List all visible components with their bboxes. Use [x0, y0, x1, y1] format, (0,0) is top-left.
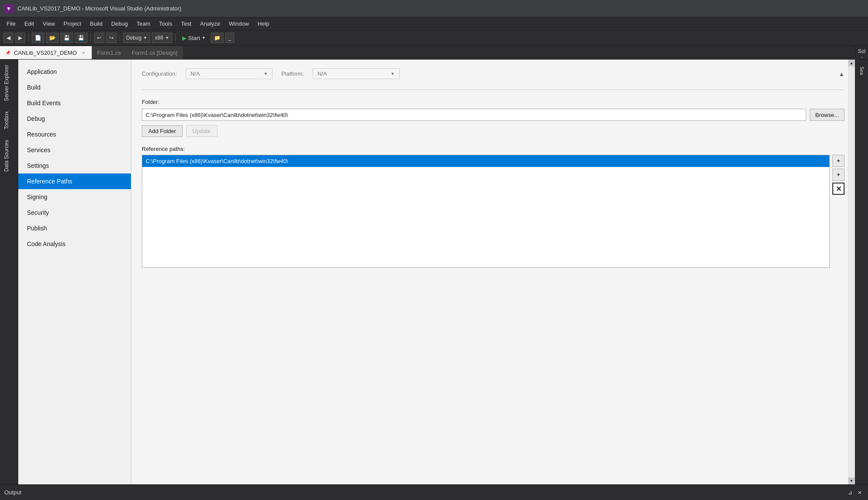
nav-item-publish[interactable]: Publish	[18, 220, 131, 236]
platform-dropdown-value: N/A	[317, 70, 327, 77]
right-strip: Sea	[855, 60, 868, 484]
platform-dropdown[interactable]: x86 ▼	[152, 33, 172, 43]
divider	[142, 90, 845, 90]
platform-select[interactable]: N/A ▼	[313, 68, 400, 79]
start-dropdown-icon: ▼	[202, 36, 206, 40]
tab-project-props[interactable]: 📌 CANLib_VS2017_DEMO ✕	[0, 46, 92, 59]
toolbar-extra2-btn[interactable]: _	[225, 33, 234, 43]
action-btns: Add Folder Update	[142, 125, 845, 137]
ref-path-item-0[interactable]: C:\Program Files (x86)\Kvaser\Canlib\dot…	[142, 155, 829, 167]
tabs-bar: 📌 CANLib_VS2017_DEMO ✕ Form1.cs Form1.cs…	[0, 46, 868, 60]
toolbar-save-btn[interactable]: 💾	[60, 33, 73, 43]
toolbar-sep1	[28, 33, 29, 42]
side-tab-data-sources[interactable]: Data Sources	[0, 135, 18, 177]
content-scroll-up-btn[interactable]: ▲	[848, 60, 855, 67]
config-dropdown-value: N/A	[190, 70, 200, 77]
ref-paths-list: C:\Program Files (x86)\Kvaser\Canlib\dot…	[142, 155, 830, 268]
toolbar-undo-btn[interactable]: ↩	[94, 33, 104, 43]
platform-arrow-icon: ▼	[165, 36, 169, 40]
start-label: Start	[188, 35, 200, 41]
platform-label: Platform:	[281, 70, 304, 77]
toolbar-saveall-btn[interactable]: 💾	[75, 33, 87, 43]
props-content: Configuration: N/A ▼ Platform: N/A ▼ ▲ F…	[131, 60, 855, 484]
nav-item-debug[interactable]: Debug	[18, 111, 131, 127]
nav-item-reference-paths[interactable]: Reference Paths	[18, 173, 131, 189]
nav-item-security[interactable]: Security	[18, 205, 131, 220]
config-label: Configuration:	[142, 70, 177, 77]
menu-item-build[interactable]: Build	[86, 19, 107, 29]
menu-item-file[interactable]: File	[2, 19, 20, 29]
menu-item-project[interactable]: Project	[59, 19, 85, 29]
menu-item-view[interactable]: View	[38, 19, 59, 29]
config-value: Debug	[126, 35, 141, 41]
nav-item-services[interactable]: Services	[18, 142, 131, 158]
side-tab-toolbox[interactable]: Toolbox	[0, 106, 18, 134]
output-pin-btn[interactable]: ⊿	[846, 489, 854, 497]
path-delete-button[interactable]: ✕	[832, 183, 845, 195]
folder-row: Browse...	[142, 109, 845, 121]
menu-item-analyze[interactable]: Analyze	[196, 19, 224, 29]
config-select[interactable]: N/A ▼	[186, 68, 273, 79]
nav-item-code-analysis[interactable]: Code Analysis	[18, 236, 131, 252]
toolbar-sep3	[120, 33, 120, 42]
ref-paths-container: C:\Program Files (x86)\Kvaser\Canlib\dot…	[142, 155, 845, 268]
ref-paths-label: Reference paths:	[142, 146, 845, 152]
output-close-btn[interactable]: ✕	[856, 489, 864, 497]
toolbar-open-btn[interactable]: 📂	[46, 33, 59, 43]
content-scroll-up[interactable]: ▲	[838, 70, 845, 77]
side-tab-server-explorer[interactable]: Server Explorer	[0, 60, 18, 106]
nav-item-settings[interactable]: Settings	[18, 158, 131, 173]
menu-item-window[interactable]: Window	[224, 19, 253, 29]
folder-label: Folder:	[142, 99, 845, 105]
tab-pin-icon: 📌	[5, 50, 10, 55]
toolbar-sep4	[175, 33, 176, 42]
config-dropdown-arrow-icon: ▼	[264, 71, 268, 76]
config-dropdown[interactable]: Debug ▼	[123, 33, 150, 43]
properties-pane: Application Build Build Events Debug Res…	[18, 60, 855, 484]
folder-input[interactable]	[142, 109, 806, 121]
start-button[interactable]: ▶ Start ▼	[179, 33, 209, 43]
content-scrollbar: ▲ ▼	[848, 60, 855, 484]
platform-dropdown-arrow-icon: ▼	[391, 71, 395, 76]
browse-button[interactable]: Browse...	[810, 109, 845, 121]
nav-item-application[interactable]: Application	[18, 64, 131, 80]
tab-form1cs-label: Form1.cs	[97, 50, 121, 56]
right-strip-sol[interactable]: Sol	[855, 46, 868, 57]
menu-item-help[interactable]: Help	[254, 19, 274, 29]
menu-item-edit[interactable]: Edit	[20, 19, 38, 29]
toolbar-new-btn[interactable]: 📄	[32, 33, 44, 43]
menu-item-tools[interactable]: Tools	[155, 19, 177, 29]
start-play-icon: ▶	[182, 35, 187, 41]
tab-form1design-label: Form1.cs [Design]	[132, 50, 177, 56]
toolbar-extra-btn[interactable]: 📁	[211, 33, 224, 43]
tab-form1design[interactable]: Form1.cs [Design]	[127, 46, 183, 59]
nav-item-build[interactable]: Build	[18, 80, 131, 95]
menu-item-debug[interactable]: Debug	[107, 19, 132, 29]
right-strip-sea[interactable]: Sea	[858, 63, 866, 79]
content-scroll-down-btn[interactable]: ▼	[848, 477, 855, 484]
nav-item-signing[interactable]: Signing	[18, 189, 131, 205]
config-row: Configuration: N/A ▼ Platform: N/A ▼ ▲	[142, 68, 845, 79]
nav-item-build-events[interactable]: Build Events	[18, 95, 131, 111]
menu-item-team[interactable]: Team	[132, 19, 155, 29]
toolbar: ◀ ▶ 📄 📂 💾 💾 ↩ ↪ Debug ▼ x86 ▼ ▶ Start ▼ …	[0, 30, 868, 46]
add-folder-button[interactable]: Add Folder	[142, 125, 183, 137]
output-label: Output	[4, 489, 21, 496]
tab-form1cs[interactable]: Form1.cs	[92, 46, 127, 59]
update-button[interactable]: Update	[186, 125, 217, 137]
output-bar: Output ⊿ ✕	[0, 484, 868, 500]
tab-project-props-close[interactable]: ✕	[80, 50, 87, 56]
path-move-down-button[interactable]: +	[832, 169, 845, 181]
menu-item-test[interactable]: Test	[177, 19, 196, 29]
props-nav: Application Build Build Events Debug Res…	[18, 60, 131, 484]
ref-paths-actions: + + ✕	[832, 155, 845, 268]
toolbar-back-btn[interactable]: ◀	[3, 33, 13, 43]
path-move-up-button[interactable]: +	[832, 155, 845, 167]
toolbar-sep2	[90, 33, 91, 42]
vs-icon: ▼	[4, 4, 13, 13]
toolbar-redo-btn[interactable]: ↪	[106, 33, 117, 43]
config-arrow-icon: ▼	[143, 36, 147, 40]
nav-item-resources[interactable]: Resources	[18, 127, 131, 142]
toolbar-fwd-btn[interactable]: ▶	[15, 33, 25, 43]
output-controls: ⊿ ✕	[846, 489, 864, 497]
